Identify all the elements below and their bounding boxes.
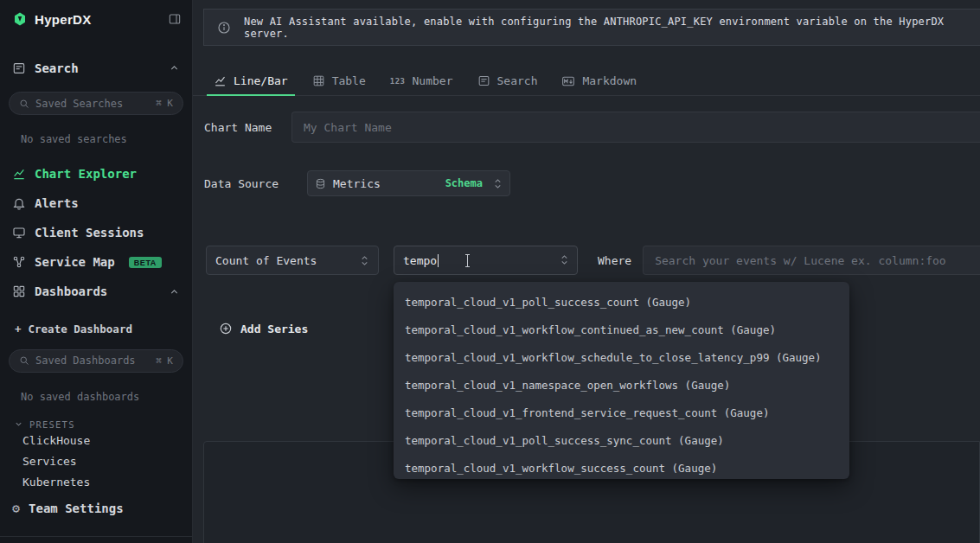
ai-assistant-banner: New AI Assistant available, enable with … xyxy=(203,9,980,46)
metric-options-dropdown: temporal_cloud_v1_poll_success_count (Ga… xyxy=(394,282,849,479)
create-dashboard-button[interactable]: + Create Dashboard xyxy=(0,318,192,338)
chart-name-input[interactable] xyxy=(291,112,980,143)
nav-label: Dashboards xyxy=(35,284,107,298)
metric-option[interactable]: temporal_cloud_v1_poll_success_sync_coun… xyxy=(394,426,849,454)
markdown-icon xyxy=(561,74,575,88)
tab-label: Line/Bar xyxy=(234,74,288,87)
saved-searches-placeholder: Saved Searches xyxy=(35,98,123,110)
sidebar: HyperDX Search Saved Searches ⌘ K No sav… xyxy=(0,0,193,543)
sidebar-bottom-divider xyxy=(0,536,192,543)
text-caret xyxy=(438,254,439,267)
tab-number[interactable]: 123 Number xyxy=(378,67,465,95)
beta-badge: BETA xyxy=(129,257,162,268)
tab-label: Table xyxy=(332,74,366,87)
tab-table[interactable]: Table xyxy=(300,67,378,95)
gear-icon: ⚙ xyxy=(12,502,20,515)
saved-dashboards-shortcut: ⌘ K xyxy=(156,355,173,367)
logo-row: HyperDX xyxy=(0,0,192,37)
metric-option[interactable]: temporal_cloud_v1_frontend_service_reque… xyxy=(394,399,849,426)
series-row: Count of Events tempo Where xyxy=(193,246,980,275)
sidebar-item-search[interactable]: Search xyxy=(0,56,192,80)
search-icon xyxy=(19,355,29,366)
table-icon xyxy=(312,74,325,87)
tab-label: Number xyxy=(413,74,453,87)
saved-dashboards-placeholder: Saved Dashboards xyxy=(35,355,136,367)
database-icon xyxy=(315,178,326,189)
create-dashboard-label: Create Dashboard xyxy=(29,323,132,335)
add-series-label: Add Series xyxy=(240,323,308,335)
aggregation-value: Count of Events xyxy=(215,254,317,267)
no-saved-searches-text: No saved searches xyxy=(0,133,192,145)
chevron-up-icon xyxy=(169,62,180,73)
search-list-icon xyxy=(477,74,490,87)
sidebar-collapse-icon[interactable] xyxy=(168,12,182,26)
nav-label: Chart Explorer xyxy=(35,167,137,181)
data-source-select[interactable]: Metrics Schema xyxy=(307,170,510,196)
saved-searches-input[interactable]: Saved Searches ⌘ K xyxy=(9,92,183,115)
nav-label: Alerts xyxy=(35,196,79,210)
monitor-icon xyxy=(12,226,26,240)
preset-item-clickhouse[interactable]: ClickHouse xyxy=(0,431,192,451)
chart-type-tabs: Line/Bar Table 123 Number Search Markdow… xyxy=(193,67,980,96)
saved-searches-shortcut: ⌘ K xyxy=(156,98,173,109)
tab-markdown[interactable]: Markdown xyxy=(549,67,649,95)
metric-option[interactable]: temporal_cloud_v1_workflow_success_count… xyxy=(394,454,849,479)
sidebar-item-alerts[interactable]: Alerts xyxy=(0,188,192,218)
sidebar-item-client-sessions[interactable]: Client Sessions xyxy=(0,218,192,247)
select-chevrons-icon xyxy=(493,178,503,189)
data-source-row: Data Source Metrics Schema xyxy=(193,170,980,196)
preset-item-services[interactable]: Services xyxy=(0,451,192,472)
add-series-button[interactable]: Add Series xyxy=(219,322,331,335)
no-saved-dashboards-text: No saved dashboards xyxy=(0,391,192,403)
nav-label: Client Sessions xyxy=(35,226,144,240)
ibeam-cursor xyxy=(467,254,468,267)
schema-link[interactable]: Schema xyxy=(445,177,483,189)
data-source-value: Metrics xyxy=(333,177,439,190)
plus-icon: + xyxy=(15,323,22,335)
select-chevrons-icon xyxy=(560,254,569,265)
nav-label: Service Map xyxy=(35,255,115,269)
where-label: Where xyxy=(598,254,631,267)
aggregation-select[interactable]: Count of Events xyxy=(206,246,379,275)
tab-search[interactable]: Search xyxy=(465,67,550,95)
line-chart-icon xyxy=(214,74,227,87)
dashboards-grid-icon xyxy=(12,284,26,298)
bell-icon xyxy=(12,196,26,210)
chevron-up-icon xyxy=(169,286,180,297)
metric-search-input[interactable]: tempo xyxy=(394,246,578,275)
sidebar-item-chart-explorer[interactable]: Chart Explorer xyxy=(0,159,192,188)
chevron-down-icon xyxy=(14,419,23,429)
plus-circle-icon xyxy=(219,322,233,335)
metric-option[interactable]: temporal_cloud_v1_poll_success_count (Ga… xyxy=(394,288,849,316)
tab-line-bar[interactable]: Line/Bar xyxy=(202,67,300,95)
metric-option[interactable]: temporal_cloud_v1_namespace_open_workflo… xyxy=(394,371,849,399)
where-lucene-input[interactable] xyxy=(643,246,980,275)
saved-dashboards-input[interactable]: Saved Dashboards ⌘ K xyxy=(9,349,183,373)
chart-icon xyxy=(12,167,26,181)
info-icon xyxy=(217,21,231,35)
sidebar-item-service-map[interactable]: Service Map BETA xyxy=(0,247,192,277)
search-icon xyxy=(19,99,29,109)
sidebar-nav: Chart Explorer Alerts Client Sessions Se… xyxy=(0,159,192,306)
banner-text: New AI Assistant available, enable with … xyxy=(244,16,967,40)
metric-option[interactable]: temporal_cloud_v1_workflow_continued_as_… xyxy=(394,316,849,343)
preset-item-kubernetes[interactable]: Kubernetes xyxy=(0,472,192,493)
hyperdx-logo-icon xyxy=(12,11,28,27)
metric-option[interactable]: temporal_cloud_v1_workflow_schedule_to_c… xyxy=(394,343,849,371)
team-settings-label: Team Settings xyxy=(29,501,124,515)
presets-label: PRESETS xyxy=(29,419,75,430)
chart-name-label: Chart Name xyxy=(204,121,291,134)
service-map-icon xyxy=(12,255,26,269)
sidebar-search-label: Search xyxy=(35,61,79,75)
sidebar-item-team-settings[interactable]: ⚙ Team Settings xyxy=(0,493,192,524)
tab-label: Search xyxy=(497,74,538,87)
select-chevrons-icon xyxy=(360,255,369,266)
number-123-icon: 123 xyxy=(390,77,406,86)
sidebar-item-dashboards[interactable]: Dashboards xyxy=(0,277,192,306)
tab-label: Markdown xyxy=(582,74,637,87)
presets-header[interactable]: PRESETS xyxy=(0,418,192,431)
search-section-icon xyxy=(12,61,26,75)
app-title: HyperDX xyxy=(35,12,91,27)
data-source-label: Data Source xyxy=(204,177,307,190)
metric-query-text: tempo xyxy=(403,254,437,267)
